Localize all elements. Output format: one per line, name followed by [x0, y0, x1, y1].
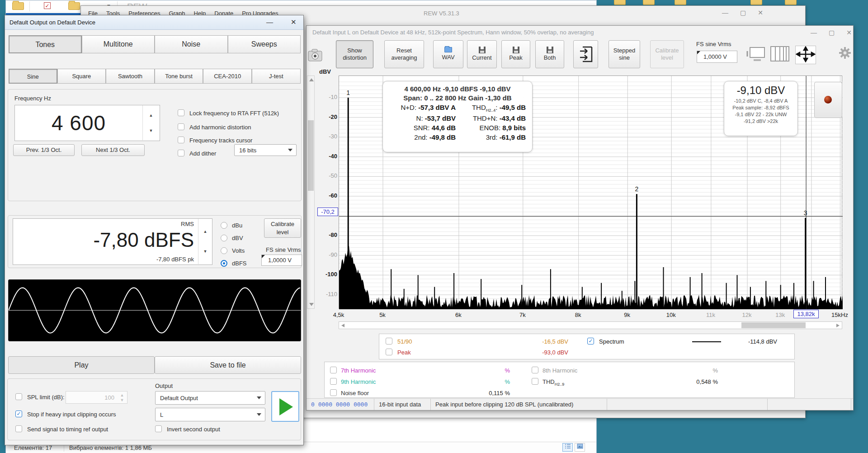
vertical-scrollbar-thumb[interactable] [308, 120, 314, 191]
input-level-details: -10,2 dBV C, -8,4 dBV APeak sample: -8,9… [724, 98, 797, 124]
harmonic-checkbox-thd[interactable] [532, 378, 538, 385]
horizontal-scrollbar[interactable] [339, 321, 842, 329]
fs-sine-vrms-field[interactable]: 1,0000 V [697, 51, 737, 63]
folder-icon[interactable] [68, 2, 80, 10]
settings-button[interactable] [839, 47, 850, 58]
save-to-file-button[interactable]: Save to file [155, 356, 301, 374]
chevron-down-icon [257, 396, 261, 399]
column-view-button[interactable] [770, 46, 790, 63]
level-spinner[interactable]: RMS -7,80 dBFS -7,80 dBFS pk ▲ ▼ [13, 218, 212, 265]
tab-noise[interactable]: Noise [155, 35, 228, 53]
save-peak-button[interactable]: Peak [501, 40, 530, 68]
reset-averaging-button[interactable]: Reset averaging [384, 40, 424, 68]
folder-icon[interactable] [12, 2, 24, 10]
pan-arrows-icon [796, 46, 816, 62]
thumbnail-view-button[interactable] [575, 443, 585, 452]
send-timing-checkbox[interactable] [15, 425, 22, 432]
minimize-icon[interactable]: — [722, 9, 728, 16]
stop-clipping-label: Stop if heavy input clipping occurs [27, 411, 116, 418]
harmonic-label: 9th Harmonic [341, 378, 376, 385]
radio-dbv[interactable] [221, 235, 227, 241]
subtab-tone-burst[interactable]: Tone burst [155, 69, 203, 84]
rew-window-title: REW V5.31.3 [424, 10, 459, 17]
tab-tones[interactable]: Tones [9, 35, 82, 53]
screenshot-button[interactable] [307, 46, 323, 64]
vertical-scrollbar[interactable] [307, 76, 315, 309]
minimize-icon[interactable]: — [266, 18, 273, 26]
invert-output-checkbox[interactable] [155, 425, 162, 432]
harmonic-checkbox-9th-harmonic[interactable] [330, 378, 337, 385]
save-both-label: Both [544, 54, 556, 61]
spl-limit-field[interactable]: 100 ▲ ▼ [66, 391, 127, 404]
maximize-icon[interactable]: ▢ [829, 29, 835, 36]
fs-sine-vrms-field[interactable]: 1,0000 V [261, 255, 302, 266]
horizontal-scrollbar-thumb[interactable] [741, 322, 806, 328]
stop-clipping-checkbox[interactable]: ✓ [15, 411, 22, 417]
radio-volts[interactable] [221, 247, 227, 254]
level-up-icon[interactable]: ▲ [200, 230, 210, 234]
save-both-button[interactable]: Both [535, 40, 564, 68]
spl-up-icon: ▲ [119, 393, 125, 397]
list-view-button[interactable] [562, 443, 573, 452]
maximize-icon[interactable]: ▢ [740, 9, 746, 16]
next-third-octave-button[interactable]: Next 1/3 Oct. [81, 144, 145, 156]
scroll-left-icon[interactable] [341, 324, 344, 327]
subtab-j-test[interactable]: J-test [252, 69, 301, 84]
minimize-icon[interactable]: — [811, 29, 817, 36]
checkbox-lock-frequency-to-rta-fft-512k-[interactable] [178, 109, 184, 116]
legend-checkbox-peak[interactable] [386, 349, 392, 355]
level-down-icon[interactable]: ▼ [200, 250, 210, 254]
subtab-cea-2010[interactable]: CEA-2010 [203, 69, 252, 84]
distortion-metrics: N+D: -57,3 dBV ATHDH2..4: -49,5 dBN: -53… [383, 104, 532, 141]
spl-limit-checkbox[interactable] [15, 393, 22, 400]
close-icon[interactable]: ✕ [846, 29, 852, 36]
show-distortion-button[interactable]: Show distortion [336, 40, 373, 68]
stepped-sine-button[interactable]: Stepped sine [609, 40, 640, 68]
scroll-right-icon[interactable] [836, 324, 840, 327]
checkbox-add-dither[interactable] [178, 150, 184, 156]
radio-dbfs[interactable] [221, 260, 227, 267]
pan-mode-button[interactable] [795, 46, 816, 64]
spl-limit-label: SPL limit (dB): [27, 394, 65, 401]
prev-third-octave-button[interactable]: Prev. 1/3 Oct. [13, 144, 75, 156]
record-button[interactable] [814, 82, 842, 118]
tab-sweeps[interactable]: Sweeps [228, 35, 301, 53]
legend-checkbox-51-90[interactable] [386, 338, 392, 344]
calibrate-level-button[interactable]: Calibrate level [650, 40, 684, 68]
play-tab-button[interactable]: Play [8, 356, 155, 374]
output-label: Output [155, 382, 173, 389]
legend-checkbox-spectrum[interactable]: ✓ [587, 338, 594, 344]
input-output-button[interactable] [573, 40, 598, 68]
close-icon[interactable]: ✕ [758, 9, 763, 16]
output-channel-dropdown[interactable]: L [155, 408, 265, 421]
level-peak-label: -7,80 dBFS pk [156, 256, 194, 263]
frequency-down-icon[interactable]: ▼ [145, 129, 157, 133]
radio-dbu[interactable] [221, 222, 227, 229]
subtab-sine[interactable]: Sine [9, 69, 57, 84]
scroll-down-icon[interactable] [309, 303, 314, 306]
save-peak-label: Peak [509, 54, 523, 61]
spl-limit-value: 100 [104, 394, 114, 401]
graph-layout-button[interactable] [746, 46, 765, 63]
calibrate-level-button[interactable]: Calibrate level [264, 218, 301, 238]
generator-play-button[interactable] [271, 391, 299, 422]
save-current-button[interactable]: Current [467, 40, 497, 68]
scroll-up-icon[interactable] [309, 78, 314, 81]
harmonic-checkbox-8th-harmonic[interactable] [532, 367, 538, 373]
wav-button[interactable]: WAV [433, 40, 463, 68]
frequency-up-icon[interactable]: ▲ [145, 113, 157, 118]
checkbox-frequency-tracks-cursor[interactable] [178, 137, 184, 143]
divider [142, 105, 143, 142]
harmonic-checkbox-7th-harmonic[interactable] [330, 367, 337, 373]
tab-multitone[interactable]: Multitone [82, 35, 155, 53]
dialog-titlebar[interactable]: Default Output on Default Device — ✕ [5, 15, 303, 30]
harmonic-checkbox-noise-floor[interactable] [330, 389, 337, 396]
frequency-spinner[interactable]: 4 600 ▲ ▼ [14, 105, 160, 141]
checkbox-icon[interactable]: ✓ [44, 2, 51, 9]
dither-bits-dropdown[interactable]: 16 bits [234, 144, 297, 156]
close-icon[interactable]: ✕ [291, 18, 297, 26]
checkbox-add-harmonic-distortion[interactable] [178, 123, 184, 130]
subtab-sawtooth[interactable]: Sawtooth [106, 69, 155, 84]
output-device-dropdown[interactable]: Default Output [155, 391, 265, 405]
subtab-square[interactable]: Square [57, 69, 106, 84]
